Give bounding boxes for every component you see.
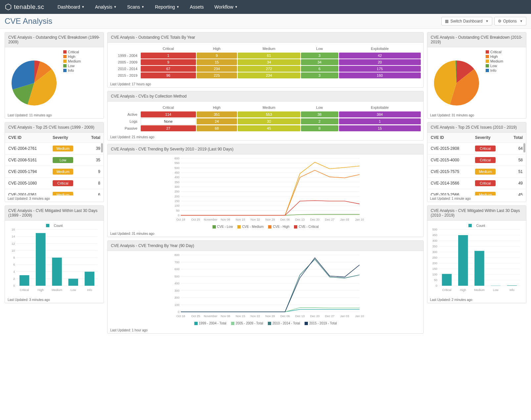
- matrix-row[interactable]: Active11435155338384: [110, 111, 421, 117]
- bar[interactable]: [68, 279, 78, 286]
- svg-text:Nov 08: Nov 08: [221, 218, 230, 221]
- line-series[interactable]: [181, 308, 360, 312]
- line-chart[interactable]: 0100200300400500600700800Oct 18Oct 25Nov…: [110, 253, 421, 319]
- matrix-cell[interactable]: 234: [238, 72, 300, 78]
- line-series[interactable]: [181, 162, 360, 215]
- table-top25a[interactable]: CVE IDSeverityTotalCVE-2004-2761Medium39…: [5, 133, 104, 195]
- nav-analysis[interactable]: Analysis▼: [90, 0, 122, 14]
- line-series[interactable]: [181, 170, 360, 215]
- table-top25b[interactable]: CVE IDSeverityTotalCVE-2015-2808Critical…: [427, 133, 526, 195]
- matrix-row[interactable]: 2015 - 2019962252343160: [110, 72, 421, 78]
- table-row[interactable]: CVE-2015-7575Medium51: [427, 166, 526, 178]
- bar[interactable]: [491, 286, 501, 286]
- scrollbar[interactable]: [523, 143, 525, 152]
- matrix-cell[interactable]: 3: [301, 53, 338, 59]
- line-chart[interactable]: 050100150200250300350400450500550600Oct …: [110, 156, 421, 223]
- matrix-cell[interactable]: 272: [238, 66, 300, 72]
- panel-updated: Last Updated: 3 minutes ago: [5, 195, 104, 202]
- nav-dashboard[interactable]: Dashboard▼: [52, 0, 90, 14]
- table-row[interactable]: CVE-2005-1080Critical8: [5, 178, 104, 189]
- bar[interactable]: [20, 275, 29, 286]
- bar-chart[interactable]: 050100150200250300350400450500CriticalHi…: [429, 228, 522, 294]
- panel-top25-1999-2009: CVE Analysis - Top 25 CVE Issues (1999 -…: [5, 122, 104, 202]
- bar[interactable]: [442, 274, 452, 286]
- bar-chart[interactable]: 0246810121416CriticalHighMediumLowInfo: [7, 228, 100, 294]
- table-row[interactable]: CVE-2013-2566Medium45: [427, 189, 526, 196]
- matrix-totals-year[interactable]: CriticalHighMediumLowExploitable1999 - 2…: [110, 45, 421, 79]
- table-row[interactable]: CVE-2005-1794Medium9: [5, 166, 104, 178]
- bar[interactable]: [474, 251, 484, 286]
- matrix-row[interactable]: 1999 - 20041961342: [110, 53, 421, 59]
- table-row[interactable]: CVE-2001-0361Medium6: [5, 189, 104, 196]
- matrix-cell[interactable]: 67: [141, 66, 196, 72]
- matrix-cell[interactable]: 351: [197, 111, 237, 117]
- svg-text:Nov 29: Nov 29: [266, 315, 275, 318]
- matrix-cell[interactable]: 20: [339, 59, 421, 65]
- options-button[interactable]: ⚙ Options ▼: [494, 17, 526, 25]
- bar[interactable]: [52, 258, 62, 286]
- pie-legend: CriticalHighMediumLowInfo: [486, 50, 503, 109]
- matrix-row[interactable]: 2005 - 2009915343420: [110, 59, 421, 65]
- svg-text:250: 250: [432, 256, 437, 259]
- matrix-cell[interactable]: 96: [141, 72, 196, 78]
- line-series[interactable]: [181, 259, 360, 312]
- panel-header: CVE Analysis - CVE Trending By Severity …: [108, 144, 423, 154]
- table-row[interactable]: CVE-2008-5161Low35: [5, 154, 104, 166]
- matrix-cell[interactable]: 68: [197, 125, 237, 131]
- table-row[interactable]: CVE-2014-3566Critical49: [427, 178, 526, 189]
- matrix-cell[interactable]: 384: [339, 111, 421, 117]
- matrix-cell[interactable]: 234: [197, 66, 237, 72]
- table-row[interactable]: CVE-2015-4000Critical58: [427, 154, 526, 166]
- bar[interactable]: [458, 235, 468, 286]
- nav-assets[interactable]: Assets: [185, 0, 209, 14]
- matrix-collection[interactable]: CriticalHighMediumLowExploitableActive11…: [110, 104, 421, 132]
- matrix-row[interactable]: LogsNone243021: [110, 118, 421, 125]
- brand-logo[interactable]: tenable.sc: [5, 3, 44, 11]
- matrix-cell[interactable]: 42: [339, 53, 421, 59]
- matrix-cell[interactable]: 3: [301, 72, 338, 78]
- table-row[interactable]: CVE-2004-2761Medium39: [5, 143, 104, 154]
- matrix-cell[interactable]: 34: [238, 59, 300, 65]
- matrix-cell[interactable]: 6: [301, 66, 338, 72]
- matrix-cell[interactable]: 553: [238, 111, 300, 117]
- bar[interactable]: [507, 285, 517, 286]
- matrix-cell[interactable]: 24: [197, 118, 237, 124]
- matrix-cell[interactable]: 114: [141, 111, 196, 117]
- svg-text:100: 100: [174, 303, 179, 307]
- matrix-cell[interactable]: 38: [301, 111, 338, 117]
- matrix-cell[interactable]: 27: [141, 125, 196, 131]
- line-series[interactable]: [181, 201, 360, 215]
- scrollbar[interactable]: [101, 143, 103, 152]
- matrix-cell[interactable]: 225: [197, 72, 237, 78]
- matrix-cell[interactable]: 160: [339, 72, 421, 78]
- matrix-cell[interactable]: 2: [301, 118, 338, 124]
- panel-trend-severity: CVE Analysis - CVE Trending By Severity …: [107, 144, 424, 237]
- matrix-cell[interactable]: 45: [238, 125, 300, 131]
- matrix-cell[interactable]: 1: [339, 118, 421, 124]
- matrix-cell[interactable]: 9: [197, 53, 237, 59]
- matrix-cell[interactable]: 15: [197, 59, 237, 65]
- bar[interactable]: [85, 272, 95, 286]
- switch-dashboard-button[interactable]: ▦ Switch Dashboard ▼: [441, 17, 492, 25]
- matrix-cell[interactable]: 15: [339, 125, 421, 131]
- matrix-cell[interactable]: 175: [339, 66, 421, 72]
- bar[interactable]: [36, 233, 46, 286]
- matrix-cell[interactable]: 30: [238, 118, 300, 124]
- matrix-cell[interactable]: 8: [301, 125, 338, 131]
- nav-scans[interactable]: Scans▼: [122, 0, 150, 14]
- svg-text:16: 16: [12, 228, 15, 231]
- pie-chart[interactable]: [8, 50, 61, 109]
- table-row[interactable]: CVE-2015-2808Critical64: [427, 143, 526, 154]
- matrix-cell[interactable]: 34: [301, 59, 338, 65]
- line-series[interactable]: [181, 309, 360, 312]
- matrix-cell[interactable]: 9: [141, 59, 196, 65]
- pie-chart[interactable]: [430, 50, 483, 109]
- matrix-row[interactable]: 2010 - 2014672342726175: [110, 66, 421, 72]
- matrix-cell[interactable]: 61: [238, 53, 300, 59]
- nav-reporting[interactable]: Reporting▼: [150, 0, 185, 14]
- matrix-cell[interactable]: None: [141, 118, 196, 125]
- line-series[interactable]: [181, 258, 360, 312]
- nav-workflow[interactable]: Workflow▼: [209, 0, 243, 14]
- matrix-cell[interactable]: 1: [141, 53, 196, 59]
- matrix-row[interactable]: Passive276845815: [110, 125, 421, 131]
